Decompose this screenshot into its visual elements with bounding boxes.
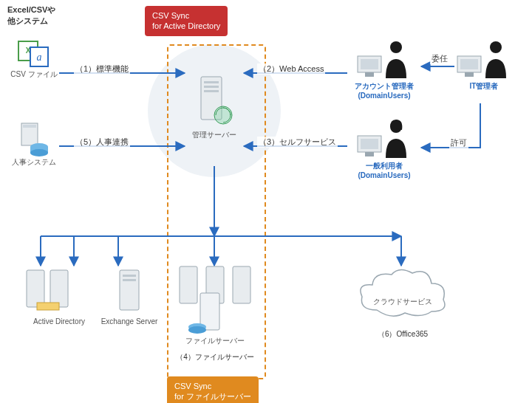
svg-rect-33 [180,266,197,303]
badge-top: CSV Sync for Active Directory [145,6,228,36]
node-it-admin: IT管理者 [451,37,517,92]
edge3-label: （3）セルフサービス [257,137,338,148]
svg-rect-12 [204,90,219,92]
svg-rect-5 [23,125,36,128]
svg-rect-28 [50,270,68,307]
cloud-icon [355,266,451,322]
permit-label: 許可 [449,137,468,148]
svg-rect-35 [233,266,250,303]
svg-rect-25 [365,152,374,156]
svg-point-18 [390,41,402,53]
svg-rect-31 [123,275,136,277]
svg-rect-11 [204,86,219,88]
general-user-label2: (DomainUsers) [346,171,423,179]
badge-top-line2: for Active Directory [152,21,220,31]
server-icon [185,74,244,130]
csv-file-label: CSV ファイル [7,69,61,80]
node-file-server: ファイルサーバー （4）ファイルサーバー [171,262,259,362]
svg-rect-24 [361,139,378,149]
delegate-label: 委任 [430,53,449,64]
badge-bottom-line1: CSV Sync [174,381,251,391]
csv-file-icon: X a [7,37,61,69]
edge6-label: （6）Office365 [355,329,451,340]
svg-rect-32 [123,279,136,281]
svg-rect-29 [37,303,59,310]
server-group-icon [171,262,259,336]
database-icon [7,122,61,157]
diagram-stage: Excel/CSVや 他システム CSV Sync for Active Dir… [0,0,532,403]
it-admin-label: IT管理者 [451,81,517,92]
edge5-label: （5）人事連携 [74,137,130,148]
svg-rect-20 [460,59,478,69]
svg-rect-21 [465,72,474,77]
node-mgmt-server: 管理サーバー [185,74,244,140]
svg-point-8 [30,149,48,156]
svg-rect-17 [365,72,374,77]
svg-point-38 [188,326,206,334]
general-user-label1: 一般利用者 [346,161,423,171]
node-cloud: クラウドサービス （6）Office365 [355,266,451,340]
server-icon [96,266,163,317]
mgmt-server-label: 管理サーバー [185,130,244,140]
svg-rect-16 [361,59,378,69]
node-account-admin: アカウント管理者 (DomainUsers) [346,37,423,100]
svg-point-22 [490,41,502,53]
ad-label: Active Directory [15,317,103,326]
server-pair-icon [15,266,103,317]
edge1-label: （1）標準機能 [74,63,130,75]
account-admin-label2: (DomainUsers) [346,92,423,100]
edge2-label: （2）Web Access [257,63,325,75]
node-csv-file: X a CSV ファイル [7,37,61,80]
account-admin-label1: アカウント管理者 [346,81,423,92]
node-exchange: Exchange Server [96,266,163,326]
exchange-label: Exchange Server [96,317,163,326]
hr-system-label: 人事システム [7,157,61,168]
badge-bottom: CSV Sync for ファイルサーバー [167,376,259,403]
user-pc-icon [346,37,423,81]
user-pc-icon [451,37,517,81]
node-general-user: 一般利用者 (DomainUsers) [346,117,423,179]
svg-text:a: a [37,52,42,63]
node-hr-system: 人事システム [7,122,61,168]
user-pc-icon [346,117,423,161]
svg-rect-10 [204,81,219,83]
badge-top-line1: CSV Sync [152,10,220,21]
file-server-label: ファイルサーバー [171,336,259,346]
header-left-title: Excel/CSVや 他システム [7,4,55,27]
edge4-label: （4）ファイルサーバー [171,352,259,362]
badge-bottom-line2: for ファイルサーバー [174,391,251,402]
svg-rect-27 [27,270,44,307]
node-active-directory: Active Directory [15,266,103,326]
